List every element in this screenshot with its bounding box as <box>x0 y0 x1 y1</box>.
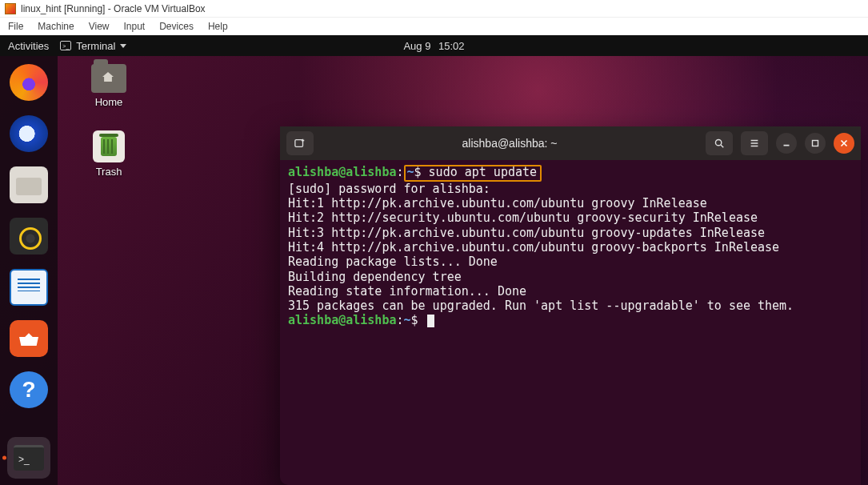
cursor <box>427 315 434 327</box>
clock-date: Aug 9 <box>403 40 430 52</box>
new-tab-button[interactable] <box>286 131 314 155</box>
hamburger-icon <box>749 138 760 149</box>
vbox-menu-help[interactable]: Help <box>208 21 228 32</box>
search-icon <box>714 138 725 149</box>
maximize-icon <box>810 138 821 149</box>
prompt-sym: $ <box>411 313 418 327</box>
vbox-titlebar[interactable]: linux_hint [Running] - Oracle VM Virtual… <box>0 0 868 18</box>
chevron-down-icon <box>120 44 126 48</box>
clock-button[interactable]: Aug 9 15:02 <box>401 40 466 52</box>
vbox-menu-file[interactable]: File <box>8 21 23 32</box>
prompt-sym: $ <box>414 165 422 179</box>
close-icon <box>838 138 850 149</box>
minimize-icon <box>781 138 792 149</box>
prompt-user: alishba@alishba <box>288 313 396 327</box>
svg-rect-4 <box>813 141 818 146</box>
prompt-path: ~ <box>404 313 411 327</box>
svg-point-1 <box>715 139 721 145</box>
terminal-output-line: [sudo] password for alishba: <box>288 182 490 196</box>
gnome-topbar: Activities >_ Terminal Aug 9 15:02 <box>0 35 868 56</box>
firefox-icon[interactable] <box>10 64 48 101</box>
terminal-content[interactable]: alishba@alishba:~$ sudo apt update [sudo… <box>280 160 861 485</box>
dock: ? >_ <box>0 56 58 485</box>
home-folder-icon[interactable]: Home <box>77 64 141 108</box>
trash-bin-icon <box>93 130 125 162</box>
terminal-output-line: Building dependency tree <box>288 270 462 284</box>
activities-button[interactable]: Activities <box>8 40 49 52</box>
svg-line-2 <box>721 145 723 147</box>
files-icon[interactable] <box>10 166 48 203</box>
vbox-menu-view[interactable]: View <box>89 21 110 32</box>
new-tab-icon <box>294 138 306 149</box>
folder-icon <box>91 64 126 93</box>
close-button[interactable] <box>834 133 854 154</box>
desktop-icons: Home Trash <box>77 64 141 178</box>
terminal-output-line: Reading state information... Done <box>288 284 526 299</box>
terminal-output-line: Hit:4 http://pk.archive.ubuntu.com/ubunt… <box>288 240 779 255</box>
terminal-output-line: Reading package lists... Done <box>288 255 498 269</box>
vbox-window-title: linux_hint [Running] - Oracle VM Virtual… <box>21 3 206 14</box>
search-button[interactable] <box>706 131 733 155</box>
minimize-button[interactable] <box>776 133 797 154</box>
vbox-menubar: File Machine View Input Devices Help <box>0 18 868 35</box>
thunderbird-icon[interactable] <box>10 115 48 152</box>
terminal-window: alishba@alishba: ~ <box>280 126 861 485</box>
home-folder-label: Home <box>95 96 123 108</box>
ubuntu-software-icon[interactable] <box>10 320 48 357</box>
app-menu-label: Terminal <box>76 40 115 52</box>
trash-label: Trash <box>96 166 122 178</box>
virtualbox-icon <box>5 3 16 14</box>
terminal-output-line: 315 packages can be upgraded. Run 'apt l… <box>288 299 794 313</box>
terminal-output-line: Hit:3 http://pk.archive.ubuntu.com/ubunt… <box>288 226 765 240</box>
libreoffice-writer-icon[interactable] <box>10 269 48 306</box>
prompt-path: ~ <box>407 165 414 179</box>
command-text: sudo apt update <box>429 165 537 179</box>
terminal-title: alishba@alishba: ~ <box>320 137 699 150</box>
help-icon[interactable]: ? <box>10 371 48 408</box>
desktop[interactable]: ? >_ Home Trash alishba@alishba: <box>0 56 868 485</box>
terminal-output-line: Hit:1 http://pk.archive.ubuntu.com/ubunt… <box>288 196 707 210</box>
clock-time: 15:02 <box>438 40 465 52</box>
app-menu-button[interactable]: >_ Terminal <box>60 40 126 52</box>
terminal-output-line: Hit:2 http://security.ubuntu.com/ubuntu … <box>288 210 758 225</box>
prompt-sep: : <box>396 313 403 327</box>
prompt-sep: : <box>396 165 403 179</box>
vbox-menu-input[interactable]: Input <box>124 21 146 32</box>
guest-screen: Activities >_ Terminal Aug 9 15:02 ? >_ <box>0 35 868 485</box>
vbox-menu-devices[interactable]: Devices <box>159 21 194 32</box>
terminal-dock-icon[interactable]: >_ <box>7 437 50 479</box>
terminal-icon: >_ <box>60 41 71 50</box>
rhythmbox-icon[interactable] <box>10 218 48 255</box>
hamburger-menu-button[interactable] <box>741 131 768 155</box>
command-highlight: ~$ sudo apt update <box>404 165 542 182</box>
prompt-user: alishba@alishba <box>288 165 396 179</box>
vbox-menu-machine[interactable]: Machine <box>38 21 74 32</box>
trash-icon[interactable]: Trash <box>77 130 141 178</box>
terminal-icon: >_ <box>14 445 44 471</box>
terminal-headerbar[interactable]: alishba@alishba: ~ <box>280 126 861 160</box>
maximize-button[interactable] <box>805 133 826 154</box>
